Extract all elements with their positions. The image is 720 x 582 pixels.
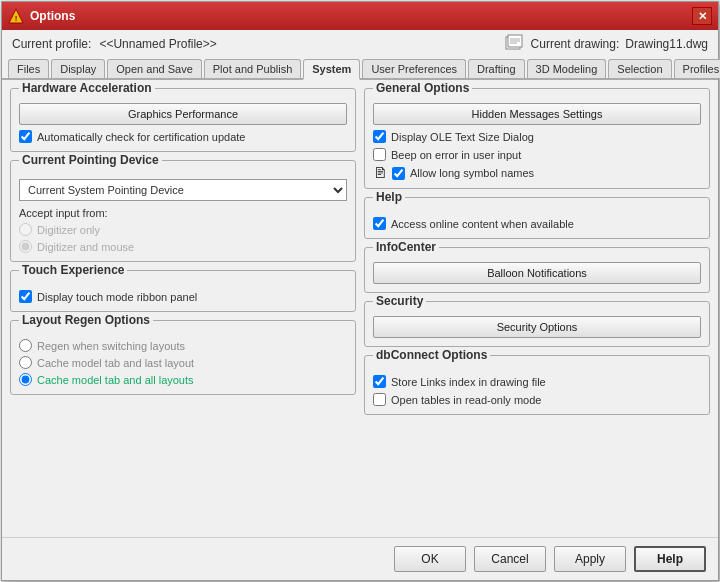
tab-profiles[interactable]: Profiles	[674, 59, 720, 78]
window-title: Options	[30, 9, 692, 23]
ole-text-label: Display OLE Text Size Dialog	[391, 131, 534, 143]
security-group: Security Security Options	[364, 301, 710, 347]
hardware-acceleration-title: Hardware Acceleration	[19, 81, 155, 95]
regen-switching-radio[interactable]	[19, 339, 32, 352]
app-icon: !	[8, 8, 24, 24]
digitizer-only-row: Digitizer only	[19, 223, 347, 236]
profile-value: <<Unnamed Profile>>	[99, 37, 216, 51]
tab-user-prefs[interactable]: User Preferences	[362, 59, 466, 78]
ok-button[interactable]: OK	[394, 546, 466, 572]
content-area: Hardware Acceleration Graphics Performan…	[2, 80, 718, 537]
balloon-notifications-button[interactable]: Balloon Notifications	[373, 262, 701, 284]
long-symbol-checkbox[interactable]	[392, 167, 405, 180]
digitizer-mouse-label: Digitizer and mouse	[37, 241, 134, 253]
open-readonly-row: Open tables in read-only mode	[373, 393, 701, 406]
hidden-messages-button[interactable]: Hidden Messages Settings	[373, 103, 701, 125]
tab-plot-publish[interactable]: Plot and Publish	[204, 59, 302, 78]
general-options-group: General Options Hidden Messages Settings…	[364, 88, 710, 189]
cert-checkbox-row: Automatically check for certification up…	[19, 130, 347, 143]
tab-files[interactable]: Files	[8, 59, 49, 78]
cert-checkbox[interactable]	[19, 130, 32, 143]
drawing-label: Current drawing:	[531, 37, 620, 51]
ole-text-checkbox[interactable]	[373, 130, 386, 143]
drawing-icon	[505, 34, 525, 53]
pointing-device-group: Current Pointing Device Current System P…	[10, 160, 356, 262]
help-button[interactable]: Help	[634, 546, 706, 572]
cancel-button[interactable]: Cancel	[474, 546, 546, 572]
cache-last-layout-radio[interactable]	[19, 356, 32, 369]
tab-drafting[interactable]: Drafting	[468, 59, 525, 78]
open-readonly-checkbox[interactable]	[373, 393, 386, 406]
digitizer-mouse-row: Digitizer and mouse	[19, 240, 347, 253]
svg-text:!: !	[15, 14, 18, 23]
cache-last-layout-row: Cache model tab and last layout	[19, 356, 347, 369]
tab-selection[interactable]: Selection	[608, 59, 671, 78]
long-symbol-label: Allow long symbol names	[410, 167, 534, 179]
info-center-group: InfoCenter Balloon Notifications	[364, 247, 710, 293]
cache-last-layout-label: Cache model tab and last layout	[37, 357, 194, 369]
bottom-bar: OK Cancel Apply Help	[2, 537, 718, 580]
info-center-title: InfoCenter	[373, 240, 439, 254]
touch-experience-group: Touch Experience Display touch mode ribb…	[10, 270, 356, 312]
online-content-label: Access online content when available	[391, 218, 574, 230]
beep-error-row: Beep on error in user input	[373, 148, 701, 161]
drawing-info: Current drawing: Drawing11.dwg	[505, 34, 708, 53]
regen-switching-row: Regen when switching layouts	[19, 339, 347, 352]
security-title: Security	[373, 294, 426, 308]
digitizer-only-radio[interactable]	[19, 223, 32, 236]
close-button[interactable]: ✕	[692, 7, 712, 25]
tab-open-save[interactable]: Open and Save	[107, 59, 201, 78]
touch-mode-row: Display touch mode ribbon panel	[19, 290, 347, 303]
dbconnect-group: dbConnect Options Store Links index in d…	[364, 355, 710, 415]
profile-label: Current profile:	[12, 37, 91, 51]
title-bar: ! Options ✕	[2, 2, 718, 30]
dbconnect-title: dbConnect Options	[373, 348, 490, 362]
security-options-button[interactable]: Security Options	[373, 316, 701, 338]
layout-regen-group: Layout Regen Options Regen when switchin…	[10, 320, 356, 395]
ole-text-row: Display OLE Text Size Dialog	[373, 130, 701, 143]
beep-error-label: Beep on error in user input	[391, 149, 521, 161]
options-dialog: ! Options ✕ Current profile: <<Unnamed P…	[1, 1, 719, 581]
touch-mode-label: Display touch mode ribbon panel	[37, 291, 197, 303]
store-links-checkbox[interactable]	[373, 375, 386, 388]
hardware-acceleration-group: Hardware Acceleration Graphics Performan…	[10, 88, 356, 152]
right-panel: General Options Hidden Messages Settings…	[364, 88, 710, 529]
accept-input-label: Accept input from:	[19, 207, 347, 219]
regen-switching-label: Regen when switching layouts	[37, 340, 185, 352]
general-options-title: General Options	[373, 81, 472, 95]
digitizer-only-label: Digitizer only	[37, 224, 100, 236]
long-symbol-icon: 🖹	[373, 166, 387, 180]
cache-all-layouts-label: Cache model tab and all layouts	[37, 374, 194, 386]
layout-regen-title: Layout Regen Options	[19, 313, 153, 327]
cache-all-layouts-radio[interactable]	[19, 373, 32, 386]
beep-error-checkbox[interactable]	[373, 148, 386, 161]
touch-mode-checkbox[interactable]	[19, 290, 32, 303]
tabs-bar: Files Display Open and Save Plot and Pub…	[2, 57, 718, 80]
graphics-performance-button[interactable]: Graphics Performance	[19, 103, 347, 125]
drawing-value: Drawing11.dwg	[625, 37, 708, 51]
tab-system[interactable]: System	[303, 59, 360, 80]
cache-all-layouts-row: Cache model tab and all layouts	[19, 373, 347, 386]
store-links-row: Store Links index in drawing file	[373, 375, 701, 388]
online-content-checkbox[interactable]	[373, 217, 386, 230]
cert-label: Automatically check for certification up…	[37, 131, 246, 143]
open-readonly-label: Open tables in read-only mode	[391, 394, 541, 406]
online-content-row: Access online content when available	[373, 217, 701, 230]
help-section-title: Help	[373, 190, 405, 204]
store-links-label: Store Links index in drawing file	[391, 376, 546, 388]
tab-3d-modeling[interactable]: 3D Modeling	[527, 59, 607, 78]
pointing-device-title: Current Pointing Device	[19, 153, 162, 167]
profile-bar: Current profile: <<Unnamed Profile>> Cur…	[2, 30, 718, 57]
touch-experience-title: Touch Experience	[19, 263, 127, 277]
apply-button[interactable]: Apply	[554, 546, 626, 572]
tab-display[interactable]: Display	[51, 59, 105, 78]
long-symbol-row: 🖹 Allow long symbol names	[373, 166, 701, 180]
help-group: Help Access online content when availabl…	[364, 197, 710, 239]
pointing-device-dropdown[interactable]: Current System Pointing Device	[19, 179, 347, 201]
left-panel: Hardware Acceleration Graphics Performan…	[10, 88, 356, 529]
digitizer-mouse-radio[interactable]	[19, 240, 32, 253]
